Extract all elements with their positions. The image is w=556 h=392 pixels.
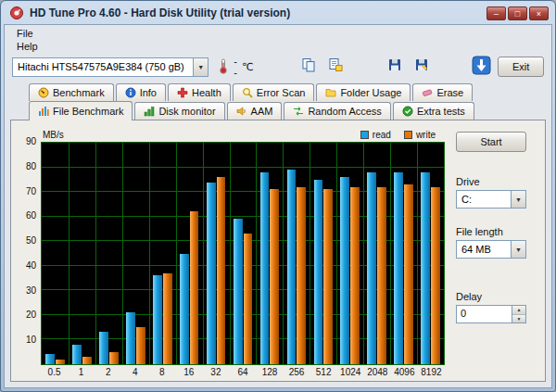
delay-value: 0 [457, 306, 512, 322]
legend-item-write: write [404, 130, 436, 140]
copy-icon [301, 57, 316, 76]
drive-select-combo[interactable]: Hitachi HTS547575A9E384 (750 gB) ▼ [12, 57, 208, 77]
x-tick-label: 128 [257, 365, 284, 379]
tab-strip-row2: File Benchmark Disk monitor AAM Random A… [5, 101, 551, 120]
write-legend-swatch [404, 131, 412, 139]
download-update-button[interactable] [470, 57, 492, 77]
bar-group-1024 [336, 143, 363, 364]
tab-folder-usage[interactable]: Folder Usage [316, 83, 411, 101]
tab-label: Info [140, 87, 157, 98]
spinner-up-icon[interactable]: ▲ [512, 306, 525, 314]
y-tick-label: 10 [26, 335, 36, 345]
random-access-icon [293, 106, 304, 117]
aam-icon [236, 106, 247, 117]
file-benchmark-icon [38, 106, 49, 117]
y-tick-label: 60 [26, 211, 36, 221]
temperature-unit: ℃ [242, 61, 253, 73]
tab-file-benchmark[interactable]: File Benchmark [29, 101, 133, 120]
x-tick-label: 0.5 [41, 365, 68, 379]
read-bar [153, 275, 162, 364]
drive-combo-value: C: [457, 194, 511, 205]
delay-label: Delay [456, 291, 534, 302]
tab-label: File Benchmark [53, 106, 123, 117]
folder-usage-icon [325, 87, 336, 98]
write-bar [56, 360, 65, 364]
erase-icon [422, 87, 433, 98]
y-tick-label: 50 [26, 236, 36, 246]
delay-spinner[interactable]: 0 ▲ ▼ [456, 305, 526, 323]
tab-error-scan[interactable]: Error Scan [233, 83, 315, 101]
copy-button[interactable] [297, 57, 320, 77]
bar-group-8192 [417, 143, 444, 364]
read-bar [367, 172, 376, 364]
x-tick-label: 1 [68, 365, 95, 379]
bar-group-2048 [363, 143, 390, 364]
app-window: HD Tune Pro 4.60 - Hard Disk Utility (tr… [0, 0, 556, 392]
tab-random-access[interactable]: Random Access [284, 102, 390, 120]
read-bar [72, 345, 82, 364]
x-tick-label: 256 [284, 365, 310, 379]
chart-legend: readwrite [360, 130, 436, 140]
close-button[interactable]: × [529, 6, 549, 20]
save-text-icon [414, 57, 429, 76]
file-length-combo[interactable]: 64 MB ▼ [456, 240, 526, 259]
write-bar [377, 187, 386, 364]
plot-area [41, 142, 445, 365]
spinner-down-icon[interactable]: ▼ [512, 314, 525, 323]
tab-benchmark[interactable]: Benchmark [29, 83, 114, 101]
start-button[interactable]: Start [456, 132, 526, 152]
delay-spinner-buttons: ▲ ▼ [512, 306, 525, 322]
info-icon [125, 87, 136, 98]
health-icon [177, 87, 188, 98]
read-bar [394, 172, 403, 364]
bar-group-1 [69, 143, 95, 364]
read-bar [234, 219, 243, 364]
drive-combo[interactable]: C: ▼ [456, 190, 526, 209]
chevron-down-icon[interactable]: ▼ [511, 241, 525, 258]
write-bar [404, 184, 413, 364]
bar-group-4096 [390, 143, 417, 364]
temperature-display: -- ℃ [218, 56, 253, 78]
write-bar [190, 211, 199, 364]
legend-item-read: read [360, 130, 391, 140]
menu-help[interactable]: Help [10, 40, 44, 53]
menu-file[interactable]: File [10, 27, 40, 40]
file-length-label: File length [456, 226, 534, 237]
minimize-button[interactable]: – [486, 6, 506, 20]
write-bar [270, 189, 279, 364]
error-scan-icon [242, 87, 253, 98]
download-arrow-icon [472, 56, 491, 79]
write-bar [323, 189, 333, 364]
chevron-down-icon[interactable]: ▼ [511, 191, 525, 208]
tab-label: Folder Usage [340, 87, 401, 98]
tab-extra-tests[interactable]: Extra tests [393, 102, 474, 120]
maximize-button[interactable]: □ [508, 6, 527, 20]
menubar: File Help [5, 25, 551, 53]
write-bar [431, 187, 440, 364]
copy-text-button[interactable] [324, 57, 347, 77]
save-image-button[interactable] [384, 57, 406, 77]
tab-erase[interactable]: Erase [412, 83, 473, 101]
x-tick-label: 32 [202, 365, 229, 379]
tab-info[interactable]: Info [116, 83, 166, 101]
bar-group-256 [283, 143, 310, 364]
y-axis-title: MB/s [43, 130, 64, 140]
bar-group-128 [257, 143, 284, 364]
copy-text-icon [328, 57, 343, 76]
read-bar [421, 172, 430, 364]
save-image-icon [387, 57, 402, 76]
write-bar [350, 187, 360, 364]
read-bar [314, 180, 323, 364]
x-tick-label: 8 [148, 365, 175, 379]
bar-group-8 [149, 143, 176, 364]
tab-label: Benchmark [53, 87, 105, 98]
drive-label: Drive [456, 176, 534, 187]
save-text-button[interactable] [411, 57, 433, 77]
tab-disk-monitor[interactable]: Disk monitor [134, 102, 224, 120]
write-bar [297, 187, 306, 364]
tab-aam[interactable]: AAM [227, 102, 283, 120]
exit-button[interactable]: Exit [498, 57, 544, 77]
bar-group-64 [230, 143, 257, 364]
tab-health[interactable]: Health [168, 83, 231, 101]
chevron-down-icon[interactable]: ▼ [193, 58, 208, 76]
